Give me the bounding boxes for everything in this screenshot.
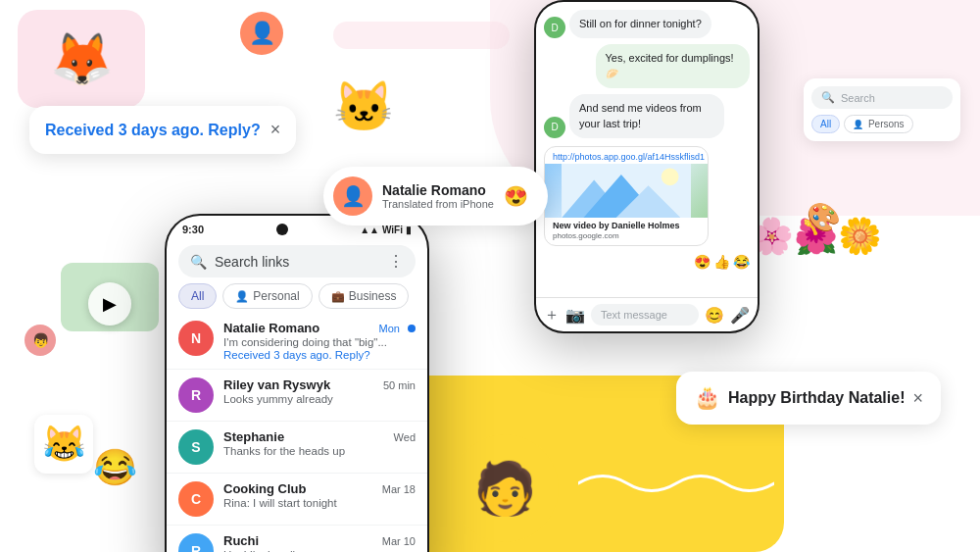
- sms-text-input[interactable]: Text message: [591, 304, 699, 326]
- sms-link-source: photos.google.com: [545, 231, 708, 245]
- tab-business[interactable]: 💼 Business: [318, 283, 410, 309]
- conv-item-riley[interactable]: R Riley van Ryswyk 50 min Looks yummy al…: [167, 370, 427, 422]
- photos-tab-all[interactable]: All: [811, 115, 840, 133]
- pink-pill-top: [333, 22, 510, 49]
- sms-sender-avatar-2: D: [544, 117, 565, 138]
- photos-panel: 🔍 Search All 👤 Persons: [804, 78, 960, 141]
- natalie-reaction-emoji: 😍: [504, 184, 528, 208]
- conv-content-ruchi: Ruchi Mar 10 Hey! I'm heading over now: [223, 533, 416, 552]
- mountain-svg: [562, 164, 692, 218]
- reaction-3[interactable]: 😂: [733, 254, 750, 270]
- conv-time-area: Mon: [379, 323, 416, 334]
- natalie-avatar-emoji: 👤: [341, 184, 366, 208]
- sms-link-card[interactable]: http://photos.app.goo.gl/af14Hsskflisd1 …: [544, 146, 709, 246]
- conv-content-natalie: Natalie Romano Mon I'm considering doing…: [223, 321, 416, 361]
- conv-avatar-riley: R: [178, 377, 214, 413]
- phone-main: 9:30 ▲▲ WiFi ▮ 🔍 Search links ⋮ All 👤 Pe…: [165, 214, 429, 552]
- photos-tab-all-label: All: [820, 119, 831, 129]
- conv-content-riley: Riley van Ryswyk 50 min Looks yummy alre…: [223, 377, 416, 405]
- sms-bubble-sent-1: Yes, excited for dumplings! 🥟: [596, 44, 751, 88]
- conv-time-natalie: Mon: [379, 323, 400, 334]
- fox-emoji: 🦊: [50, 29, 114, 89]
- sms-link-image: [545, 164, 708, 218]
- natalie-info: Natalie Romano Translated from iPhone: [382, 182, 494, 210]
- phone-notch: [276, 224, 288, 235]
- reaction-2[interactable]: 👍: [713, 254, 730, 270]
- phone-sms: D Still on for dinner tonight? Yes, exci…: [534, 0, 760, 333]
- conv-item-ruchi[interactable]: R Ruchi Mar 10 Hey! I'm heading over now: [167, 526, 427, 552]
- conv-msg-riley: Looks yummy already: [223, 393, 416, 405]
- svg-point-4: [661, 168, 678, 185]
- sms-reactions: 😍 👍 😂: [694, 254, 750, 270]
- natalie-name: Natalie Romano: [382, 182, 494, 198]
- tab-personal-label: Personal: [253, 289, 299, 303]
- conv-time-cooking: Mar 18: [382, 483, 416, 495]
- conv-avatar-stephanie: S: [178, 429, 214, 465]
- tab-all[interactable]: All: [178, 283, 217, 309]
- personal-icon: 👤: [235, 290, 249, 303]
- sms-link-title: New video by Danielle Holmes: [545, 218, 708, 231]
- cat-sticker-card: 😹: [34, 415, 93, 474]
- conv-header-natalie: Natalie Romano Mon: [223, 321, 416, 335]
- status-icons: ▲▲ WiFi ▮: [360, 225, 412, 235]
- birthday-close-button[interactable]: ×: [912, 388, 923, 409]
- conv-header-riley: Riley van Ryswyk 50 min: [223, 377, 416, 392]
- conv-name-ruchi: Ruchi: [223, 533, 259, 548]
- photos-search-icon: 🔍: [821, 91, 835, 104]
- illustration-fox: 🦊: [18, 10, 145, 108]
- received-card: Received 3 days ago. Reply? ×: [29, 106, 296, 154]
- sms-input-bar: ＋ 📷 Text message 😊 🎤: [536, 297, 758, 331]
- search-icon: 🔍: [190, 254, 207, 270]
- conv-item-cooking[interactable]: C Cooking Club Mar 18 Rina: I will start…: [167, 474, 427, 526]
- conv-msg-stephanie: Thanks for the heads up: [223, 445, 416, 457]
- phone-main-inner: 9:30 ▲▲ WiFi ▮ 🔍 Search links ⋮ All 👤 Pe…: [167, 216, 427, 552]
- birthday-card: 🎂 Happy Birthday Natalie! ×: [676, 372, 941, 425]
- play-icon: ▶: [103, 293, 117, 315]
- birthday-emoji: 🎂: [694, 385, 720, 411]
- cat-sticker-emoji: 😹: [42, 424, 86, 465]
- conv-header-cooking: Cooking Club Mar 18: [223, 481, 416, 496]
- signal-icon: ▲▲: [360, 225, 379, 235]
- conversation-list: N Natalie Romano Mon I'm considering doi…: [167, 313, 427, 552]
- small-avatar-left: 👦: [24, 325, 56, 356]
- sms-messages: D Still on for dinner tonight? Yes, exci…: [536, 2, 758, 297]
- sms-link-url: http://photos.app.goo.gl/af14Hsskflisd1: [545, 147, 708, 164]
- sms-row-3: D And send me videos from your last trip…: [544, 94, 750, 138]
- unread-indicator: [408, 325, 416, 332]
- emoji-icon[interactable]: 😊: [705, 306, 724, 325]
- conv-item-stephanie[interactable]: S Stephanie Wed Thanks for the heads up: [167, 422, 427, 474]
- conv-time-stephanie: Wed: [394, 431, 416, 443]
- more-options-icon[interactable]: ⋮: [388, 252, 404, 271]
- photos-tab-persons[interactable]: 👤 Persons: [844, 115, 912, 133]
- conv-item-natalie[interactable]: N Natalie Romano Mon I'm considering doi…: [167, 313, 427, 370]
- mic-icon[interactable]: 🎤: [730, 306, 750, 325]
- birthday-text: Happy Birthday Natalie!: [728, 389, 905, 407]
- add-attachment-icon[interactable]: ＋: [544, 305, 560, 326]
- natalie-avatar: 👤: [333, 176, 372, 216]
- conv-header-ruchi: Ruchi Mar 10: [223, 533, 416, 548]
- camera-icon[interactable]: 📷: [565, 306, 585, 325]
- battery-icon: ▮: [406, 225, 412, 235]
- conv-avatar-natalie: N: [178, 321, 214, 356]
- tab-personal[interactable]: 👤 Personal: [222, 283, 312, 309]
- photos-search-input[interactable]: Search: [841, 92, 875, 104]
- play-button[interactable]: ▶: [88, 282, 131, 326]
- photos-search-bar[interactable]: 🔍 Search: [811, 86, 953, 109]
- conv-name-natalie: Natalie Romano: [223, 321, 319, 335]
- person-icon: 👤: [249, 21, 275, 46]
- reaction-1[interactable]: 😍: [694, 254, 710, 270]
- filter-tabs: All 👤 Personal 💼 Business: [178, 283, 416, 309]
- conv-name-riley: Riley van Ryswyk: [223, 377, 330, 392]
- tab-all-label: All: [191, 289, 204, 303]
- persons-icon: 👤: [853, 120, 863, 129]
- received-close-button[interactable]: ×: [270, 120, 281, 140]
- phone-sms-inner: D Still on for dinner tonight? Yes, exci…: [536, 2, 758, 331]
- wifi-icon: WiFi: [382, 225, 403, 235]
- search-bar[interactable]: 🔍 Search links ⋮: [178, 245, 416, 277]
- sms-bubble-received-2: And send me videos from your last trip!: [569, 94, 724, 138]
- wave-decoration: [578, 464, 774, 493]
- cat-sticker: 🐱: [333, 78, 394, 135]
- search-input[interactable]: Search links: [215, 254, 380, 270]
- natalie-subtitle: Translated from iPhone: [382, 198, 494, 210]
- person-circle-yellow: 🧑: [451, 434, 559, 542]
